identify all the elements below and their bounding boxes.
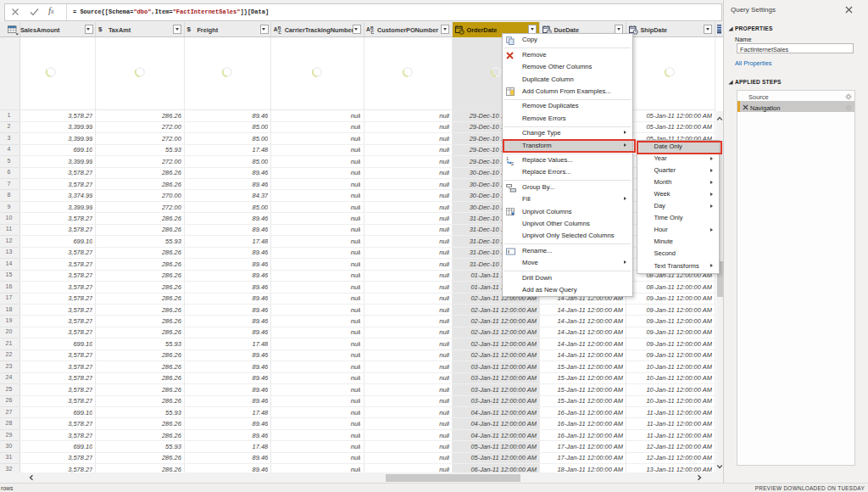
svg-text:1: 1	[506, 156, 509, 161]
